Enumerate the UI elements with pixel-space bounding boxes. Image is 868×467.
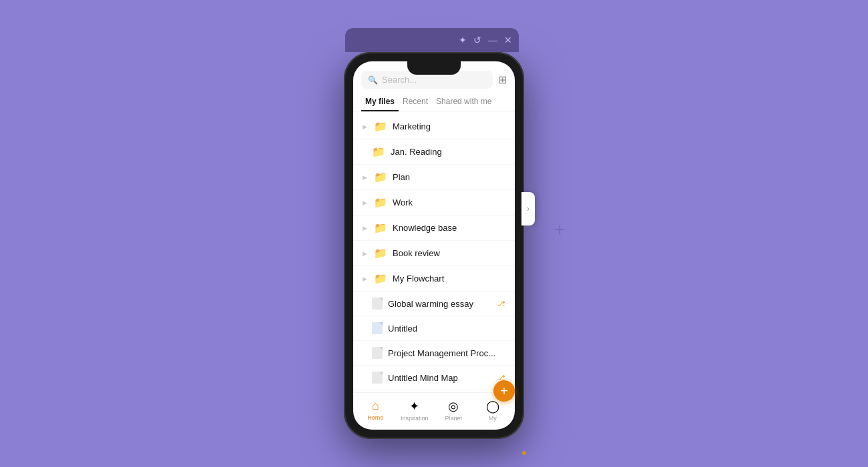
minimize-icon[interactable]: —: [488, 35, 497, 45]
close-icon[interactable]: ✕: [504, 35, 512, 45]
search-icon: 🔍: [368, 75, 378, 85]
planet-icon: ◎: [448, 399, 459, 414]
tab-bar: My files Recent Shared with me: [353, 94, 515, 111]
chevron-icon: ▶: [363, 174, 367, 181]
folder-icon: 📁: [374, 120, 387, 133]
star-icon[interactable]: ✦: [459, 35, 467, 45]
folder-name: Plan: [393, 172, 505, 182]
folder-item-plan[interactable]: ▶ 📁 Plan: [353, 165, 515, 190]
folder-icon: 📁: [372, 145, 385, 158]
my-icon: ◯: [486, 399, 499, 414]
folder-item-knowledge-base[interactable]: ▶ 📁 Knowledge base: [353, 215, 515, 241]
folder-name: Jan. Reading: [391, 147, 505, 157]
folder-icon: 📁: [374, 221, 387, 234]
grid-view-icon[interactable]: ⊞: [498, 73, 507, 86]
history-icon[interactable]: ↺: [473, 35, 481, 45]
add-fab-button[interactable]: +: [493, 380, 515, 402]
chevron-icon: ▶: [363, 276, 367, 282]
folder-item-book-review[interactable]: ▶ 📁 Book review: [353, 241, 515, 266]
bottom-navigation: ⌂ Home ✦ Inspiration ◎ Planet ◯ My: [353, 392, 515, 430]
chevron-icon: ▶: [363, 250, 367, 257]
file-list: ▶ 📁 Marketing 📁 Jan. Reading ▶ 📁 Plan ▶ …: [353, 114, 515, 392]
folder-name: Marketing: [393, 121, 505, 131]
folder-name: My Flowchart: [393, 274, 505, 284]
chevron-icon: ▶: [363, 199, 367, 206]
folder-item-work[interactable]: ▶ 📁 Work: [353, 190, 515, 215]
phone-notch: [407, 61, 461, 75]
search-placeholder-text: Search...: [382, 75, 417, 85]
nav-item-my[interactable]: ◯ My: [473, 399, 513, 422]
share-icon: ⎇: [497, 300, 505, 308]
tab-shared-with-me[interactable]: Shared with me: [432, 94, 495, 111]
title-bar: ✦ ↺ — ✕: [345, 28, 519, 52]
file-name: Untitled Mind Map: [388, 373, 490, 383]
phone-screen: 🔍 Search... ⊞ My files Recent Shared wit…: [353, 61, 515, 430]
nav-item-home[interactable]: ⌂ Home: [356, 399, 395, 421]
nav-label-home: Home: [367, 414, 383, 421]
doc-icon: [372, 347, 383, 359]
nav-item-inspiration[interactable]: ✦ Inspiration: [395, 399, 435, 422]
file-item-global-warming[interactable]: Global warming essay ⎇: [353, 292, 515, 316]
folder-icon: 📁: [374, 196, 387, 209]
plus-icon: +: [500, 384, 508, 398]
folder-icon: 📁: [374, 247, 387, 260]
chevron-icon: ▶: [363, 123, 367, 130]
nav-label-planet: Planet: [445, 415, 462, 422]
folder-icon: 📁: [374, 272, 387, 285]
file-item-untitled-1[interactable]: Untitled: [353, 316, 515, 341]
home-icon: ⌂: [372, 399, 379, 413]
folder-icon: 📁: [374, 171, 387, 183]
background-dot: [522, 451, 526, 455]
chevron-right-icon: ›: [527, 204, 529, 213]
nav-label-my: My: [489, 415, 497, 422]
folder-item-my-flowchart[interactable]: ▶ 📁 My Flowchart: [353, 266, 515, 292]
chevron-icon: ▶: [363, 225, 367, 231]
file-item-project-mgmt[interactable]: Project Management Proc...: [353, 341, 515, 366]
doc-icon: [372, 372, 383, 384]
nav-label-inspiration: Inspiration: [401, 415, 429, 422]
tab-recent[interactable]: Recent: [399, 94, 432, 111]
folder-name: Book review: [393, 248, 505, 258]
phone-frame: › 🔍 Search... ⊞ My files Recent Shared w…: [344, 52, 524, 439]
sidebar-toggle-button[interactable]: ›: [521, 192, 535, 225]
file-name: Project Management Proc...: [388, 348, 505, 358]
file-item-mind-map[interactable]: Untitled Mind Map ⎇: [353, 366, 515, 390]
doc-icon: [372, 322, 383, 334]
inspiration-icon: ✦: [409, 399, 419, 414]
nav-item-planet[interactable]: ◎ Planet: [434, 399, 473, 422]
file-name: Untitled: [388, 324, 505, 334]
folder-item-jan-reading[interactable]: 📁 Jan. Reading: [353, 139, 515, 165]
background-plus-icon: +: [554, 220, 565, 239]
window-wrapper: ✦ ↺ — ✕ › 🔍 Search... ⊞ My files Recent: [344, 28, 524, 439]
doc-icon: [372, 298, 383, 310]
tab-my-files[interactable]: My files: [361, 94, 399, 111]
file-name: Global warming essay: [388, 299, 490, 309]
folder-name: Work: [393, 197, 505, 207]
file-item-untitled-2[interactable]: Untitled ⎇: [353, 390, 515, 392]
folder-name: Knowledge base: [393, 223, 505, 233]
folder-item-marketing[interactable]: ▶ 📁 Marketing: [353, 114, 515, 139]
